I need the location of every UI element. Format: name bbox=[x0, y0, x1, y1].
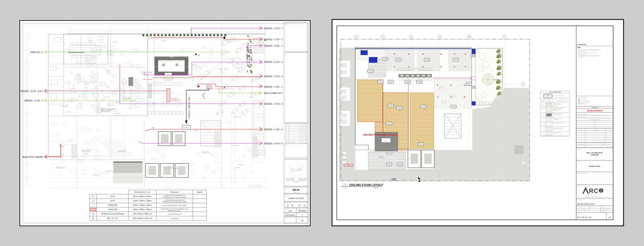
svg-text:BOARD SUBSTRATE ACOUSTIC: BOARD SUBSTRATE ACOUSTIC bbox=[553, 128, 563, 128]
svg-text:APPROVED: APPROVED bbox=[601, 206, 605, 207]
svg-text:+2700: +2700 bbox=[388, 124, 390, 125]
svg-text:SSD420 - 1 Chl - 1: SSD420 - 1 Chl - 1 bbox=[264, 38, 283, 41]
svg-text:+2600: +2600 bbox=[385, 141, 387, 142]
svg-text:SSD420 - 2 Chl - 3: SSD420 - 2 Chl - 3 bbox=[264, 103, 283, 105]
svg-text:AK: AK bbox=[594, 207, 595, 208]
svg-text:SSD420 - 1 Chl - 2: SSD420 - 1 Chl - 2 bbox=[264, 86, 283, 88]
svg-text:Made: Made bbox=[606, 146, 608, 147]
svg-text:ISSUED FOR APPROVAL: ISSUED FOR APPROVAL bbox=[579, 144, 588, 144]
svg-text:OPEN CEILING PAINTED IN: OPEN CEILING PAINTED IN bbox=[553, 118, 561, 119]
svg-text:DATE: DATE bbox=[577, 209, 579, 209]
svg-text:B: B bbox=[287, 204, 288, 206]
svg-text:A11: A11 bbox=[503, 36, 506, 38]
svg-text:Dimensions (w x h x d): Dimensions (w x h x d) bbox=[135, 191, 150, 193]
svg-text:CL-05: CL-05 bbox=[384, 58, 386, 59]
svg-text:CL-05: CL-05 bbox=[369, 70, 372, 71]
svg-text:PAINTED WITH APPROVED: PAINTED WITH APPROVED bbox=[553, 104, 561, 105]
svg-text:CLOSE PARTITION WALL: CLOSE PARTITION WALL bbox=[360, 49, 369, 49]
svg-text:W-06: W-06 bbox=[116, 102, 118, 103]
svg-text:21.06.2025: 21.06.2025 bbox=[601, 144, 605, 144]
svg-text:CAD REF: CAD REF bbox=[577, 211, 580, 211]
svg-text:A9: A9 bbox=[439, 36, 441, 38]
svg-text:Fixing Level: Fixing Level bbox=[170, 191, 179, 193]
svg-text:And Pointed Down: And Pointed Down bbox=[168, 210, 181, 211]
svg-text:+2700: +2700 bbox=[418, 82, 421, 83]
svg-text:ELEVATOR: ELEVATOR bbox=[391, 178, 396, 180]
svg-text:CEILING FINISHES LEGEND: CEILING FINISHES LEGEND bbox=[549, 92, 561, 93]
svg-text:CL-05: CL-05 bbox=[388, 122, 390, 124]
svg-text:RC: RC bbox=[589, 188, 598, 194]
svg-text:A7: A7 bbox=[382, 36, 384, 38]
svg-text:938mm x 360mm x 354mm: 938mm x 360mm x 354mm bbox=[133, 209, 152, 210]
svg-text:STAGE: STAGE bbox=[297, 213, 299, 214]
svg-text:W-06: W-06 bbox=[152, 127, 154, 129]
svg-text:CL-05: CL-05 bbox=[422, 106, 425, 107]
svg-text:GYPSUM BOARD CEILING: GYPSUM BOARD CEILING bbox=[553, 103, 561, 104]
svg-text:RECEPTION: RECEPTION bbox=[378, 157, 383, 158]
svg-text:ACOUSTIC: ACOUSTIC bbox=[285, 214, 295, 216]
svg-text:A8: A8 bbox=[411, 36, 413, 38]
svg-text:F-06: F-06 bbox=[243, 44, 245, 45]
svg-text:A10: A10 bbox=[468, 36, 471, 38]
svg-text:201mm x 303mm x 198mm: 201mm x 303mm x 198mm bbox=[133, 200, 152, 202]
svg-text:DRAWN: DRAWN bbox=[577, 206, 580, 207]
svg-text:CL-04: CL-04 bbox=[542, 119, 544, 120]
svg-text:CL-05: CL-05 bbox=[452, 106, 455, 107]
svg-text:SA F9: SA F9 bbox=[110, 196, 115, 197]
svg-text:RESTAURANT: RESTAURANT bbox=[294, 192, 299, 192]
svg-text:CL-05: CL-05 bbox=[426, 59, 428, 60]
svg-text:APPROVED BY/OUT CONTRACTOR: APPROVED BY/OUT CONTRACTOR bbox=[577, 186, 590, 186]
svg-text:Contractor's Transmittal No.: Contractor's Transmittal No. bbox=[577, 114, 587, 115]
svg-text:1: 1 bbox=[302, 214, 303, 216]
svg-text:A6: A6 bbox=[356, 36, 358, 38]
svg-text:CL-05: CL-05 bbox=[399, 163, 401, 164]
svg-text:SUSPENDED GYPSUM CEILING: SUSPENDED GYPSUM CEILING bbox=[553, 108, 563, 108]
svg-text:Package Submittal Review: Package Submittal Review bbox=[578, 97, 587, 98]
svg-text:+2700: +2700 bbox=[388, 153, 390, 154]
svg-text:CL-05: CL-05 bbox=[390, 105, 392, 106]
svg-text:2 SIGNAL CABLES (L/R): 2 SIGNAL CABLES (L/R) bbox=[188, 97, 190, 119]
svg-text:SUSPENDED: SUSPENDED bbox=[171, 98, 178, 99]
svg-text:+2700: +2700 bbox=[399, 165, 401, 165]
svg-text:DETAILED DESIGN: DETAILED DESIGN bbox=[587, 110, 602, 112]
svg-text:+2700: +2700 bbox=[407, 82, 409, 83]
svg-text:1. This drawing is the copyr: 1. This drawing is the copyright of ARCO… bbox=[578, 49, 601, 50]
svg-text:LOCATION PLAN: LOCATION PLAN bbox=[577, 44, 586, 45]
svg-text:207mm x 496mm x 225mm: 207mm x 496mm x 225mm bbox=[133, 196, 152, 197]
svg-text:CL-03: CL-03 bbox=[542, 114, 544, 115]
svg-text:BAJA - PULLMAN HOTEL: BAJA - PULLMAN HOTEL bbox=[587, 152, 603, 154]
svg-text:www.21dB.org: www.21dB.org bbox=[293, 181, 299, 183]
svg-text:QSC - AC - C6T: QSC - AC - C6T bbox=[107, 217, 118, 219]
svg-text:W-06: W-06 bbox=[195, 130, 197, 131]
svg-text:CEILING FOAM LAYOUT: CEILING FOAM LAYOUT bbox=[349, 183, 383, 187]
svg-text:Rev: Rev bbox=[577, 146, 579, 147]
svg-text:01: 01 bbox=[344, 184, 346, 186]
svg-text:SSD420 - 1 Chl - 3: SSD420 - 1 Chl - 3 bbox=[264, 75, 283, 78]
svg-text:CL-05: CL-05 bbox=[468, 83, 470, 84]
svg-text:PROJECT: PROJECT bbox=[577, 149, 581, 149]
svg-text:& POINTED DOWN: & POINTED DOWN bbox=[171, 100, 180, 101]
svg-text:B15 SPEAKER: B15 SPEAKER bbox=[123, 99, 130, 100]
svg-text:A1: A1 bbox=[523, 84, 525, 85]
svg-text:2. Do not scale from this dr: 2. Do not scale from this drawing. bbox=[578, 51, 587, 52]
svg-text:BLACK COLOUR: BLACK COLOUR bbox=[553, 119, 558, 120]
svg-text:C REVISE AND RESUBMIT: C REVISE AND RESUBMIT bbox=[581, 102, 590, 103]
svg-text:SCALE 1:50: SCALE 1:50 bbox=[373, 187, 379, 189]
svg-text:at finished floor level: at finished floor level bbox=[168, 213, 181, 215]
svg-text:SA: SA bbox=[606, 207, 607, 208]
svg-text:G R O U P: G R O U P bbox=[588, 194, 601, 195]
svg-text:SCALE: SCALE bbox=[285, 209, 287, 209]
svg-text:CEILING FOAM LAYOUT: CEILING FOAM LAYOUT bbox=[577, 203, 595, 205]
svg-text:PLOT DATE 21.06.2025: PLOT DATE 21.06.2025 bbox=[601, 209, 609, 209]
svg-text:+2700: +2700 bbox=[422, 107, 425, 108]
svg-text:DJ: DJ bbox=[208, 86, 211, 89]
svg-text:+2700: +2700 bbox=[384, 59, 386, 60]
svg-text:MATERIAL DESCRIPTION: MATERIAL DESCRIPTION bbox=[557, 100, 565, 101]
svg-text:AUDIO-LAYOUT: AUDIO-LAYOUT bbox=[288, 197, 304, 199]
svg-text:TYPE: TYPE bbox=[292, 206, 293, 207]
svg-text:SSD420 - 1 Chl - 4: SSD420 - 1 Chl - 4 bbox=[264, 128, 283, 131]
svg-text:DUBAI-UAE: DUBAI-UAE bbox=[591, 154, 599, 156]
svg-text:CHECKED: CHECKED bbox=[589, 206, 592, 207]
svg-text:+2700: +2700 bbox=[426, 60, 428, 61]
svg-text:b: b bbox=[346, 165, 346, 166]
